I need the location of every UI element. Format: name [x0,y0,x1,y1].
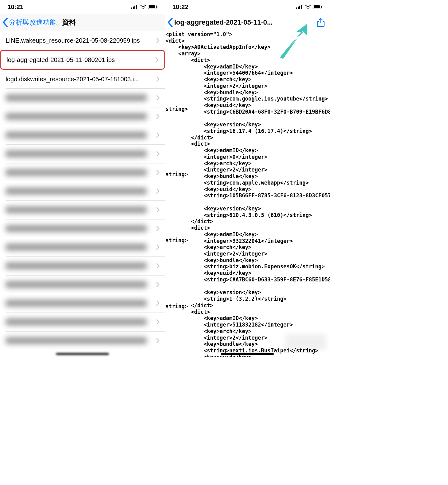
chevron-right-icon [156,263,159,268]
page-title: 資料 [62,18,76,27]
redacted-label [6,225,147,232]
log-file-row-redacted[interactable] [0,294,165,313]
chevron-right-icon [155,57,158,62]
chevron-right-icon [156,114,159,119]
redacted-label [6,113,147,120]
log-file-row-redacted[interactable] [0,331,165,350]
log-file-row-redacted[interactable] [0,107,165,126]
share-icon[interactable] [316,18,325,27]
svg-rect-8 [298,7,299,9]
log-file-row-redacted[interactable] [0,126,165,144]
status-time: 10:21 [7,3,23,11]
log-file-row-redacted[interactable] [0,200,165,219]
chevron-right-icon [156,170,159,175]
status-indicators [131,5,157,9]
svg-rect-13 [321,6,322,8]
redacted-label [6,169,147,176]
svg-rect-10 [301,5,302,9]
cellular-icon [296,5,303,9]
log-file-row[interactable]: logd.diskwrites_resource-2021-05-07-1810… [0,70,165,88]
svg-rect-3 [136,5,137,9]
log-file-row-redacted[interactable] [0,257,165,275]
chevron-left-icon [2,18,8,27]
redacted-label [6,281,147,288]
log-file-row[interactable]: LINE.wakeups_resource-2021-05-08-220959.… [0,31,165,50]
cellular-icon [131,5,138,9]
chevron-right-icon [156,319,159,324]
redacted-label [6,132,147,139]
chevron-right-icon [156,133,159,138]
nav-bar: log-aggregated-2021-05-11-0... [165,14,330,31]
log-file-row-redacted[interactable] [0,88,165,107]
chevron-right-icon [156,245,159,250]
redacted-label [6,188,147,195]
log-file-row-redacted[interactable] [0,144,165,163]
chevron-right-icon [156,226,159,231]
battery-icon [148,5,157,9]
svg-rect-9 [299,6,300,9]
row-label: logd.diskwrites_resource-2021-05-07-1810… [6,76,156,83]
chevron-right-icon [156,95,159,100]
svg-rect-1 [133,7,134,9]
log-file-row-redacted[interactable] [0,238,165,257]
back-label: 分析與改進功能 [9,18,57,27]
log-content[interactable]: <plist version="1.0"> <dict> <key>ADActi… [165,31,330,357]
row-label: log-aggregated-2021-05-11-080201.ips [7,56,155,64]
chevron-right-icon [156,189,159,194]
home-indicator [56,353,109,355]
home-indicator [221,353,274,355]
log-file-list: LINE.wakeups_resource-2021-05-08-220959.… [0,31,165,350]
back-button[interactable] [167,18,173,27]
status-bar: 10:22 [165,0,330,14]
chevron-right-icon [156,77,159,82]
log-file-row-redacted[interactable] [0,163,165,182]
svg-rect-0 [131,7,132,9]
redacted-label [6,206,147,213]
wrapped-string-fragment: string> [166,171,188,177]
wifi-icon [140,5,146,9]
row-label: LINE.wakeups_resource-2021-05-08-220959.… [6,37,156,44]
log-file-row-redacted[interactable] [0,182,165,200]
svg-rect-12 [314,5,320,8]
chevron-right-icon [156,338,159,343]
redacted-label [6,94,147,101]
chevron-right-icon [156,282,159,287]
redacted-label [6,337,147,344]
nav-bar: 分析與改進功能 資料 [0,14,165,31]
redacted-label [6,300,147,307]
log-file-row-redacted[interactable] [0,313,165,331]
status-bar: 10:21 [0,0,165,14]
log-detail-screen: 10:22 log-aggregated-2021-05-11-0... <pl… [165,0,330,357]
chevron-left-icon [167,18,173,27]
redacted-label [6,244,147,251]
settings-list-screen: 10:21 分析與改進功能 資料 LINE.wakeups_resource-2… [0,0,165,357]
chevron-right-icon [156,207,159,212]
redaction-smudge [286,334,326,350]
svg-rect-7 [296,7,297,9]
chevron-right-icon [156,151,159,156]
redacted-label [6,262,147,269]
redacted-label [6,318,147,325]
log-file-row-redacted[interactable] [0,219,165,238]
page-title: log-aggregated-2021-05-11-0... [174,18,316,26]
chevron-right-icon [156,301,159,306]
wifi-icon [305,5,311,9]
status-time: 10:22 [172,3,188,11]
wrapped-string-fragment: string> [166,106,188,112]
svg-rect-2 [134,6,135,9]
status-indicators [296,5,322,9]
redacted-label [6,150,147,157]
log-file-row-redacted[interactable] [0,275,165,294]
chevron-right-icon [156,38,159,43]
wrapped-string-fragment: string> [166,303,188,309]
svg-rect-6 [156,6,157,8]
wrapped-string-fragment: string> [166,237,188,243]
svg-rect-5 [149,5,155,8]
battery-icon [313,5,322,9]
log-file-row[interactable]: log-aggregated-2021-05-11-080201.ips [0,50,165,70]
back-button[interactable]: 分析與改進功能 [2,18,57,27]
